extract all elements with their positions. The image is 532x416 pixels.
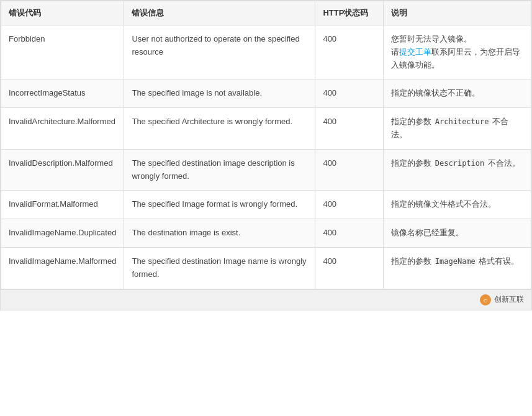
cell-code: InvalidArchitecture.Malformed <box>1 108 124 150</box>
cell-desc: 镜像名称已经重复。 <box>384 219 531 248</box>
header-http: HTTP状态码 <box>315 1 384 25</box>
cell-http: 400 <box>315 25 384 79</box>
cell-http: 400 <box>315 149 384 191</box>
cell-desc: 您暂时无法导入镜像。请提交工单联系阿里云，为您开启导入镜像功能。 <box>384 25 531 79</box>
error-table: 错误代码 错误信息 HTTP状态码 说明 ForbbidenUser not a… <box>1 1 531 289</box>
table-header-row: 错误代码 错误信息 HTTP状态码 说明 <box>1 1 531 25</box>
cell-message: The specified destination image descript… <box>124 149 315 191</box>
table-row: InvalidDescription.MalformedThe specifie… <box>1 149 531 191</box>
footer-logo: C 创新互联 <box>479 294 524 306</box>
cell-http: 400 <box>315 79 384 108</box>
cell-message: The specified image is not available. <box>124 79 315 108</box>
table-row: InvalidImageName.DuplicatedThe destinati… <box>1 219 531 248</box>
table-row: InvalidFormat.MalformedThe specified Ima… <box>1 191 531 219</box>
cell-code: Forbbiden <box>1 25 124 79</box>
param-code: ImageName <box>434 257 477 266</box>
cell-message: The specified Architecture is wrongly fo… <box>124 108 315 150</box>
cell-desc: 指定的镜像状态不正确。 <box>384 79 531 108</box>
cell-desc: 指定的参​数 Architecture 不合法。 <box>384 108 531 150</box>
cell-http: 400 <box>315 219 384 248</box>
cell-desc: 指定的镜像文件格式不合法。 <box>384 191 531 219</box>
param-code: Description <box>434 159 485 168</box>
header-desc: 说明 <box>384 1 531 25</box>
footer-bar: C 创新互联 <box>1 289 531 310</box>
logo-text: 创新互联 <box>494 294 524 305</box>
cell-message: The specified destination Image name is … <box>124 247 315 289</box>
table-row: InvalidImageName.MalformedThe specified … <box>1 247 531 289</box>
cell-code: InvalidDescription.Malformed <box>1 149 124 191</box>
submit-ticket-link[interactable]: 提交工单 <box>399 47 431 57</box>
cell-message: The specified Image format is wrongly fo… <box>124 191 315 219</box>
cell-message: User not authorized to operate on the sp… <box>124 25 315 79</box>
cell-http: 400 <box>315 247 384 289</box>
cell-message: The destination image is exist. <box>124 219 315 248</box>
logo-icon: C <box>479 294 492 306</box>
svg-text:C: C <box>484 298 487 304</box>
cell-code: InvalidFormat.Malformed <box>1 191 124 219</box>
table-row: IncorrectImageStatusThe specified image … <box>1 79 531 108</box>
error-table-container: 错误代码 错误信息 HTTP状态码 说明 ForbbidenUser not a… <box>0 0 532 310</box>
cell-http: 400 <box>315 191 384 219</box>
table-row: InvalidArchitecture.MalformedThe specifi… <box>1 108 531 150</box>
cell-code: InvalidImageName.Duplicated <box>1 219 124 248</box>
cell-code: InvalidImageName.Malformed <box>1 247 124 289</box>
cell-desc: 指定的参数 ImageName 格式有误。 <box>384 247 531 289</box>
cell-desc: 指定的参​数 Description 不合法。 <box>384 149 531 191</box>
cell-code: IncorrectImageStatus <box>1 79 124 108</box>
header-message: 错误信息 <box>124 1 315 25</box>
table-row: ForbbidenUser not authorized to operate … <box>1 25 531 79</box>
param-code: Architecture <box>434 117 490 126</box>
header-code: 错误代码 <box>1 1 124 25</box>
cell-http: 400 <box>315 108 384 150</box>
